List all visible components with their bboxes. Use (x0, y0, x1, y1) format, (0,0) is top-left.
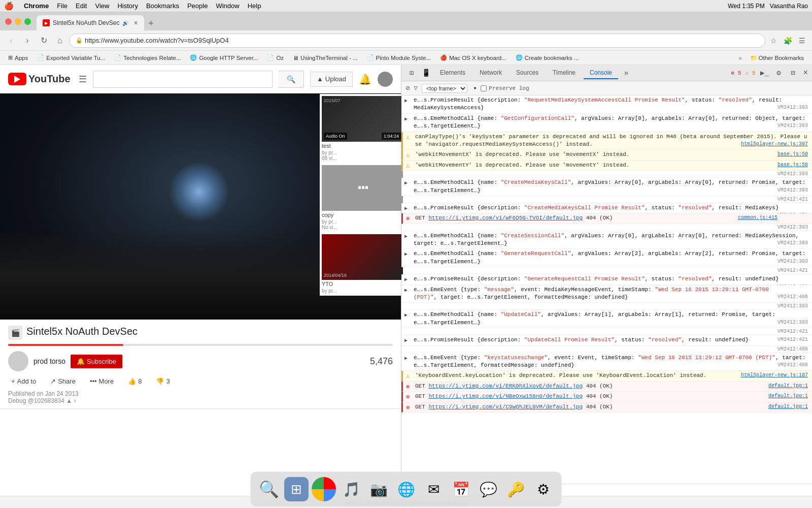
menu-help[interactable]: Help (248, 2, 261, 10)
user-avatar[interactable] (378, 72, 393, 87)
dock-music[interactable]: 🎵 (339, 477, 363, 501)
menu-chrome[interactable]: Chrome (24, 2, 49, 10)
youtube-search-input[interactable] (93, 71, 273, 88)
url-bar[interactable]: 🔒 https://www.youtube.com/watch?v=tsO9Sq… (69, 34, 765, 48)
expand-icon[interactable]: ▶ (404, 251, 408, 258)
error-link[interactable]: https://i.ytimg.com/vi/ERK0hXlxovE/defau… (428, 383, 583, 389)
expand-icon[interactable]: ▶ (404, 233, 408, 240)
expand-icon[interactable]: ▶ (404, 116, 408, 123)
tab-console[interactable]: Console (584, 67, 618, 79)
youtube-search-button[interactable]: 🔍 (279, 71, 304, 88)
expand-icon[interactable]: ▶ (404, 312, 408, 319)
progress-bar[interactable] (8, 344, 393, 346)
preserve-log-label[interactable]: Preserve log (481, 85, 529, 91)
menu-window[interactable]: Window (216, 2, 239, 10)
tab-timeline[interactable]: Timeline (547, 67, 582, 79)
console-clear-icon[interactable]: ⊘ (405, 84, 410, 92)
bookmark-macosx[interactable]: 🍎 Mac OS X keyboard... (436, 53, 511, 62)
bookmark-google-http[interactable]: 🌐 Google HTTP Server... (186, 53, 262, 62)
tab-close-button[interactable]: × (133, 19, 138, 27)
bookmarks-more-button[interactable]: » (735, 54, 745, 62)
bookmarks-other-folder[interactable]: 📁 Other Bookmarks (746, 53, 808, 62)
console-frame-select[interactable]: <top frame> (422, 84, 467, 93)
devtools-settings-icon[interactable]: ⚙ (772, 67, 785, 79)
maximize-button[interactable] (24, 18, 31, 25)
log-link[interactable]: default.jpg:1 (768, 393, 808, 399)
expand-icon[interactable]: ▶ (404, 287, 408, 294)
bookmark-technologies[interactable]: 📄 Technologies Relate... (110, 53, 185, 62)
menu-view[interactable]: View (95, 2, 109, 10)
bookmark-exported-variable[interactable]: 📄 Exported Variable Tu... (33, 53, 109, 62)
preserve-log-checkbox[interactable] (481, 85, 487, 91)
expand-icon[interactable]: ▶ (404, 355, 408, 362)
minimize-button[interactable] (15, 18, 21, 25)
tab-sources[interactable]: Sources (510, 67, 545, 79)
expand-icon[interactable]: ▶ (404, 205, 408, 212)
new-tab-button[interactable]: + (144, 16, 158, 30)
bookmark-oz[interactable]: 📄 Oz (263, 53, 288, 62)
error-link[interactable]: https://i.ytimg.com/vi/NBeOxw158n0/defau… (428, 393, 583, 399)
log-link[interactable]: default.jpg:1 (768, 383, 808, 389)
channel-thumbnail[interactable] (8, 351, 28, 371)
devtools-terminal-icon[interactable]: ▶_ (758, 67, 770, 79)
dock-chrome[interactable] (312, 477, 336, 501)
youtube-upload-button[interactable]: ▲ Upload (310, 72, 353, 87)
log-link[interactable]: common.js:415 (738, 215, 777, 220)
dislike-button[interactable]: 👎 3 (153, 375, 173, 387)
refresh-button[interactable]: ↻ (37, 34, 51, 48)
close-button[interactable] (5, 18, 12, 25)
error-link[interactable]: https://i.ytimg.com/vi/C9wQhJEL0VM/defau… (428, 404, 583, 410)
expand-icon[interactable]: ▶ (404, 337, 408, 344)
back-button[interactable]: ‹ (4, 34, 18, 48)
expand-icon[interactable]: ▶ (404, 180, 408, 187)
expand-icon[interactable]: ▶ (404, 98, 408, 105)
youtube-menu-icon[interactable]: ☰ (79, 74, 87, 85)
error-link[interactable]: https://i.ytimg.com/vi/wF6Q5G-TVOI/defau… (428, 215, 583, 221)
extensions-icon[interactable]: 🧩 (782, 35, 794, 47)
tab-elements[interactable]: Elements (434, 67, 471, 79)
bookmark-create[interactable]: 🌐 Create bookmarks ... (512, 53, 583, 62)
bookmark-terminal[interactable]: 🖥 UsingTheTerminal - ... (289, 54, 361, 62)
dock-settings[interactable]: ⚙ (531, 477, 555, 501)
devtools-more-tabs-icon[interactable]: » (620, 67, 632, 79)
dock-calendar[interactable]: 📅 (449, 477, 473, 501)
chrome-menu-icon[interactable]: ☰ (796, 35, 808, 47)
dock-mail[interactable]: ✉ (421, 477, 446, 501)
like-button[interactable]: 👍 8 (125, 375, 145, 387)
related-video-3[interactable]: 2014/04/16 YTO by pr... (322, 234, 399, 294)
active-tab[interactable]: ▶ Sintel5x NoAuth DevSec 🔊 × (37, 15, 144, 30)
bookmark-apps[interactable]: ⊞ Apps (4, 53, 32, 62)
log-link[interactable]: base.js:50 (777, 151, 808, 157)
log-link[interactable]: base.js:50 (777, 162, 808, 168)
bookmark-pinto[interactable]: 📄 Pinto Module Syste... (363, 53, 435, 62)
menu-history[interactable]: History (117, 2, 138, 10)
devtools-console-log[interactable]: ▶ e….s.PromiseResult {description: "Requ… (401, 96, 812, 484)
log-link[interactable]: html5player-new.js:397 (741, 141, 808, 147)
devtools-dock-icon[interactable]: ⊟ (787, 67, 799, 79)
expand-icon[interactable]: ▶ (404, 276, 408, 283)
console-filter-icon[interactable]: ▽ (414, 84, 417, 92)
log-link[interactable]: default.jpg:1 (768, 404, 808, 409)
devtools-inspect-icon[interactable]: ⊡ (405, 67, 418, 79)
dock-messages[interactable]: 💬 (476, 477, 500, 501)
devtools-mobile-icon[interactable]: 📱 (420, 67, 432, 79)
tab-network[interactable]: Network (473, 67, 508, 79)
menu-people[interactable]: People (187, 2, 208, 10)
menu-edit[interactable]: Edit (76, 2, 87, 10)
apple-menu[interactable]: 🍎 (4, 2, 14, 11)
menu-file[interactable]: File (57, 2, 67, 10)
menu-bookmarks[interactable]: Bookmarks (146, 2, 179, 10)
bookmark-star-icon[interactable]: ☆ (767, 35, 780, 47)
add-to-button[interactable]: + Add to (8, 375, 39, 387)
more-button[interactable]: ••• More (87, 375, 117, 387)
home-button[interactable]: ⌂ (53, 34, 67, 48)
youtube-logo[interactable]: YouTube (8, 73, 71, 85)
forward-button[interactable]: › (20, 34, 35, 48)
devtools-close-button[interactable]: × (803, 69, 808, 78)
notification-bell-icon[interactable]: 🔔 (359, 73, 371, 85)
dock-finder[interactable]: 🔍 (257, 477, 281, 501)
share-button[interactable]: ↗ Share (47, 375, 79, 387)
dock-safari[interactable]: 🌐 (394, 477, 418, 501)
related-video-1[interactable]: 2015/07 Audio On 1:04:24 test by pr... 6… (322, 96, 399, 161)
dock-launchpad[interactable]: ⊞ (284, 477, 309, 501)
